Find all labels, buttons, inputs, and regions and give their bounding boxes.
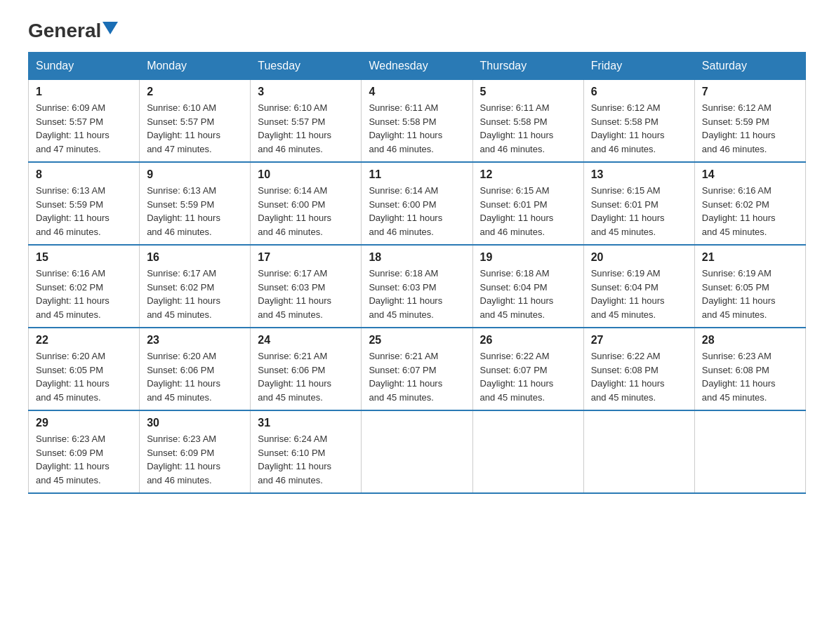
day-info: Sunrise: 6:14 AMSunset: 6:00 PMDaylight:…: [369, 184, 465, 239]
day-number: 8: [36, 168, 132, 181]
day-info: Sunrise: 6:16 AMSunset: 6:02 PMDaylight:…: [36, 267, 132, 321]
calendar-cell: 7Sunrise: 6:12 AMSunset: 5:59 PMDaylight…: [694, 80, 805, 163]
calendar-cell: [694, 410, 805, 493]
day-number: 3: [258, 86, 354, 98]
day-info: Sunrise: 6:21 AMSunset: 6:07 PMDaylight:…: [369, 349, 465, 404]
day-number: 5: [480, 86, 576, 98]
day-info: Sunrise: 6:21 AMSunset: 6:06 PMDaylight:…: [258, 349, 354, 404]
calendar-cell: 19Sunrise: 6:18 AMSunset: 6:04 PMDayligh…: [472, 245, 583, 328]
day-info: Sunrise: 6:22 AMSunset: 6:08 PMDaylight:…: [591, 349, 687, 404]
calendar-cell: 18Sunrise: 6:18 AMSunset: 6:03 PMDayligh…: [362, 245, 472, 328]
day-info: Sunrise: 6:24 AMSunset: 6:10 PMDaylight:…: [258, 432, 354, 487]
day-number: 25: [369, 334, 465, 347]
day-number: 11: [369, 168, 465, 181]
day-info: Sunrise: 6:13 AMSunset: 5:59 PMDaylight:…: [36, 184, 132, 239]
day-info: Sunrise: 6:18 AMSunset: 6:03 PMDaylight:…: [369, 267, 465, 321]
calendar-cell: 13Sunrise: 6:15 AMSunset: 6:01 PMDayligh…: [583, 162, 694, 245]
calendar-cell: 1Sunrise: 6:09 AMSunset: 5:57 PMDaylight…: [29, 80, 140, 163]
day-number: 16: [147, 251, 243, 264]
day-number: 1: [36, 86, 132, 98]
day-number: 12: [480, 168, 576, 181]
day-info: Sunrise: 6:16 AMSunset: 6:02 PMDaylight:…: [702, 184, 798, 239]
calendar-cell: 2Sunrise: 6:10 AMSunset: 5:57 PMDaylight…: [140, 80, 251, 163]
day-info: Sunrise: 6:23 AMSunset: 6:09 PMDaylight:…: [36, 432, 132, 487]
day-info: Sunrise: 6:15 AMSunset: 6:01 PMDaylight:…: [591, 184, 687, 239]
day-number: 28: [702, 334, 798, 347]
calendar-cell: 26Sunrise: 6:22 AMSunset: 6:07 PMDayligh…: [472, 328, 583, 410]
day-number: 24: [258, 334, 354, 347]
logo: General: [28, 21, 118, 38]
header-sunday: Sunday: [29, 53, 140, 80]
day-number: 18: [369, 251, 465, 264]
calendar-cell: 27Sunrise: 6:22 AMSunset: 6:08 PMDayligh…: [583, 328, 694, 410]
calendar-cell: 24Sunrise: 6:21 AMSunset: 6:06 PMDayligh…: [251, 328, 362, 410]
day-info: Sunrise: 6:17 AMSunset: 6:03 PMDaylight:…: [258, 267, 354, 321]
header-wednesday: Wednesday: [362, 53, 472, 80]
calendar-cell: [583, 410, 694, 493]
calendar-cell: 4Sunrise: 6:11 AMSunset: 5:58 PMDaylight…: [362, 80, 472, 163]
day-number: 2: [147, 86, 243, 98]
day-info: Sunrise: 6:23 AMSunset: 6:09 PMDaylight:…: [147, 432, 243, 487]
calendar-cell: 17Sunrise: 6:17 AMSunset: 6:03 PMDayligh…: [251, 245, 362, 328]
logo-triangle-icon: [102, 22, 118, 37]
day-number: 15: [36, 251, 132, 264]
day-info: Sunrise: 6:17 AMSunset: 6:02 PMDaylight:…: [147, 267, 243, 321]
day-number: 20: [591, 251, 687, 264]
calendar-cell: 11Sunrise: 6:14 AMSunset: 6:00 PMDayligh…: [362, 162, 472, 245]
calendar-cell: 20Sunrise: 6:19 AMSunset: 6:04 PMDayligh…: [583, 245, 694, 328]
day-number: 22: [36, 334, 132, 347]
calendar-cell: [472, 410, 583, 493]
header-saturday: Saturday: [694, 53, 805, 80]
calendar-cell: 12Sunrise: 6:15 AMSunset: 6:01 PMDayligh…: [472, 162, 583, 245]
day-info: Sunrise: 6:09 AMSunset: 5:57 PMDaylight:…: [36, 101, 132, 156]
day-info: Sunrise: 6:19 AMSunset: 6:05 PMDaylight:…: [702, 267, 798, 321]
day-number: 14: [702, 168, 798, 181]
day-info: Sunrise: 6:22 AMSunset: 6:07 PMDaylight:…: [480, 349, 576, 404]
calendar-cell: 21Sunrise: 6:19 AMSunset: 6:05 PMDayligh…: [694, 245, 805, 328]
calendar-cell: 23Sunrise: 6:20 AMSunset: 6:06 PMDayligh…: [140, 328, 251, 410]
day-info: Sunrise: 6:11 AMSunset: 5:58 PMDaylight:…: [480, 101, 576, 156]
page-header: General: [28, 21, 806, 38]
day-number: 23: [147, 334, 243, 347]
day-info: Sunrise: 6:12 AMSunset: 5:58 PMDaylight:…: [591, 101, 687, 156]
calendar-cell: 31Sunrise: 6:24 AMSunset: 6:10 PMDayligh…: [251, 410, 362, 493]
day-info: Sunrise: 6:12 AMSunset: 5:59 PMDaylight:…: [702, 101, 798, 156]
calendar-table: SundayMondayTuesdayWednesdayThursdayFrid…: [28, 52, 806, 494]
calendar-week-1: 1Sunrise: 6:09 AMSunset: 5:57 PMDaylight…: [29, 80, 806, 163]
day-info: Sunrise: 6:18 AMSunset: 6:04 PMDaylight:…: [480, 267, 576, 321]
day-number: 21: [702, 251, 798, 264]
svg-marker-0: [102, 22, 118, 34]
day-info: Sunrise: 6:10 AMSunset: 5:57 PMDaylight:…: [258, 101, 354, 156]
calendar-cell: 10Sunrise: 6:14 AMSunset: 6:00 PMDayligh…: [251, 162, 362, 245]
calendar-cell: 9Sunrise: 6:13 AMSunset: 5:59 PMDaylight…: [140, 162, 251, 245]
calendar-header-row: SundayMondayTuesdayWednesdayThursdayFrid…: [29, 53, 806, 80]
calendar-week-3: 15Sunrise: 6:16 AMSunset: 6:02 PMDayligh…: [29, 245, 806, 328]
calendar-cell: 25Sunrise: 6:21 AMSunset: 6:07 PMDayligh…: [362, 328, 472, 410]
header-monday: Monday: [140, 53, 251, 80]
calendar-cell: 5Sunrise: 6:11 AMSunset: 5:58 PMDaylight…: [472, 80, 583, 163]
day-info: Sunrise: 6:15 AMSunset: 6:01 PMDaylight:…: [480, 184, 576, 239]
header-thursday: Thursday: [472, 53, 583, 80]
header-friday: Friday: [583, 53, 694, 80]
day-number: 31: [258, 417, 354, 429]
day-info: Sunrise: 6:13 AMSunset: 5:59 PMDaylight:…: [147, 184, 243, 239]
calendar-cell: 8Sunrise: 6:13 AMSunset: 5:59 PMDaylight…: [29, 162, 140, 245]
day-info: Sunrise: 6:19 AMSunset: 6:04 PMDaylight:…: [591, 267, 687, 321]
calendar-week-4: 22Sunrise: 6:20 AMSunset: 6:05 PMDayligh…: [29, 328, 806, 410]
day-number: 29: [36, 417, 132, 429]
day-number: 13: [591, 168, 687, 181]
header-tuesday: Tuesday: [251, 53, 362, 80]
day-number: 26: [480, 334, 576, 347]
day-info: Sunrise: 6:20 AMSunset: 6:05 PMDaylight:…: [36, 349, 132, 404]
day-number: 19: [480, 251, 576, 264]
calendar-cell: 6Sunrise: 6:12 AMSunset: 5:58 PMDaylight…: [583, 80, 694, 163]
calendar-cell: 14Sunrise: 6:16 AMSunset: 6:02 PMDayligh…: [694, 162, 805, 245]
calendar-week-2: 8Sunrise: 6:13 AMSunset: 5:59 PMDaylight…: [29, 162, 806, 245]
day-number: 6: [591, 86, 687, 98]
calendar-cell: 30Sunrise: 6:23 AMSunset: 6:09 PMDayligh…: [140, 410, 251, 493]
day-number: 10: [258, 168, 354, 181]
calendar-week-5: 29Sunrise: 6:23 AMSunset: 6:09 PMDayligh…: [29, 410, 806, 493]
day-number: 27: [591, 334, 687, 347]
calendar-cell: 22Sunrise: 6:20 AMSunset: 6:05 PMDayligh…: [29, 328, 140, 410]
day-number: 4: [369, 86, 465, 98]
